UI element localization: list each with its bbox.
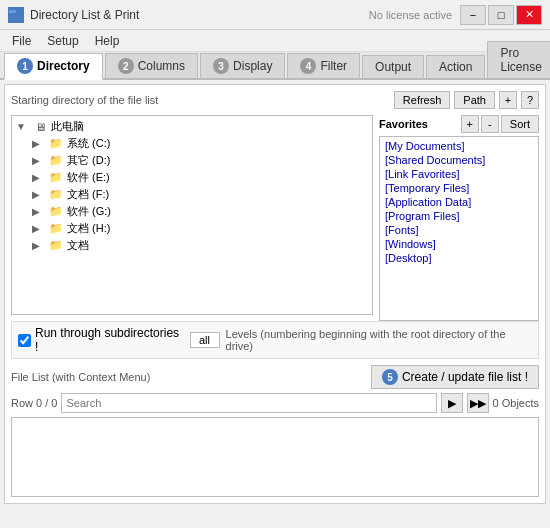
favorites-add-button[interactable]: +	[461, 115, 479, 133]
tab-label-filter: Filter	[320, 59, 347, 73]
fav-item-1[interactable]: [Shared Documents]	[382, 153, 536, 167]
expand-g: ▶	[32, 206, 48, 217]
favorites-remove-button[interactable]: -	[481, 115, 499, 133]
favorites-header: Favorites + - Sort	[379, 115, 539, 133]
help-path-button[interactable]: ?	[521, 91, 539, 109]
expand-c: ▶	[32, 138, 48, 149]
nav-next-button[interactable]: ▶▶	[467, 393, 489, 413]
expand-f: ▶	[32, 189, 48, 200]
tab-filter[interactable]: 4 Filter	[287, 53, 360, 78]
titlebar: Directory List & Print No license active…	[0, 0, 550, 30]
tree-label-e: 软件 (E:)	[67, 170, 110, 185]
fav-item-2[interactable]: [Link Favorites]	[382, 167, 536, 181]
favorites-sort-button[interactable]: Sort	[501, 115, 539, 133]
tree-item-docs[interactable]: ▶ 📁 文档	[30, 237, 370, 254]
expand-d: ▶	[32, 155, 48, 166]
tab-num-1: 1	[17, 58, 33, 74]
tab-columns[interactable]: 2 Columns	[105, 53, 198, 78]
tree-item-g[interactable]: ▶ 📁 软件 (G:)	[30, 203, 370, 220]
tab-num-2: 2	[118, 58, 134, 74]
folder-icon-docs: 📁	[48, 240, 64, 252]
folder-icon-c: 📁	[48, 138, 64, 150]
expand-e: ▶	[32, 172, 48, 183]
tree-label-docs: 文档	[67, 238, 89, 253]
tab-label-columns: Columns	[138, 59, 185, 73]
subdir-checkbox[interactable]	[18, 334, 31, 347]
app-icon	[8, 7, 24, 23]
expand-icon: ▼	[16, 121, 32, 132]
tab-directory[interactable]: 1 Directory	[4, 53, 103, 80]
filelist-area[interactable]	[11, 417, 539, 497]
favorites-list[interactable]: [My Documents] [Shared Documents] [Link …	[379, 136, 539, 321]
row-info: Row 0 / 0	[11, 397, 57, 409]
tree-item-computer[interactable]: ▼ 🖥 此电脑	[14, 118, 370, 135]
license-status: No license active	[369, 9, 452, 21]
path-button[interactable]: Path	[454, 91, 495, 109]
tabbar: 1 Directory 2 Columns 3 Display 4 Filter…	[0, 52, 550, 80]
tree-item-d[interactable]: ▶ 📁 其它 (D:)	[30, 152, 370, 169]
menu-setup[interactable]: Setup	[39, 32, 86, 50]
add-path-button[interactable]: +	[499, 91, 517, 109]
tree-children: ▶ 📁 系统 (C:) ▶ 📁 其它 (D:) ▶ 📁 软件 (E:)	[30, 135, 370, 254]
subdir-checkbox-label[interactable]: Run through subdirectories !	[18, 326, 184, 354]
expand-docs: ▶	[32, 240, 48, 251]
tab-action[interactable]: Action	[426, 55, 485, 78]
tree-item-e[interactable]: ▶ 📁 软件 (E:)	[30, 169, 370, 186]
tree-label-g: 软件 (G:)	[67, 204, 111, 219]
folder-icon-e: 📁	[48, 172, 64, 184]
tab-output[interactable]: Output	[362, 55, 424, 78]
folder-icon-f: 📁	[48, 189, 64, 201]
tab-label-action: Action	[439, 60, 472, 74]
tab-pro-license[interactable]: Pro License	[487, 41, 550, 78]
fav-item-8[interactable]: [Desktop]	[382, 251, 536, 265]
create-filelist-button[interactable]: 5 Create / update file list !	[371, 365, 539, 389]
tab-display[interactable]: 3 Display	[200, 53, 285, 78]
subdir-label: Run through subdirectories !	[35, 326, 184, 354]
create-btn-num: 5	[382, 369, 398, 385]
refresh-button[interactable]: Refresh	[394, 91, 451, 109]
tab-num-4: 4	[300, 58, 316, 74]
main-content: Starting directory of the file list Refr…	[4, 84, 546, 504]
menu-file[interactable]: File	[4, 32, 39, 50]
folder-icon-d: 📁	[48, 155, 64, 167]
levels-suffix: Levels (numbering beginning with the roo…	[226, 328, 532, 352]
window-controls: − □ ✕	[460, 5, 542, 25]
filelist-header: File List (with Context Menu) 5 Create /…	[11, 365, 539, 389]
fav-item-6[interactable]: [Fonts]	[382, 223, 536, 237]
filelist-title: File List (with Context Menu)	[11, 371, 150, 383]
fav-item-3[interactable]: [Temporary Files]	[382, 181, 536, 195]
tree-item-h[interactable]: ▶ 📁 文档 (H:)	[30, 220, 370, 237]
tab-num-3: 3	[213, 58, 229, 74]
search-input[interactable]	[61, 393, 436, 413]
computer-icon: 🖥	[32, 121, 48, 133]
close-button[interactable]: ✕	[516, 5, 542, 25]
tree-label-computer: 此电脑	[51, 119, 84, 134]
tree-label-f: 文档 (F:)	[67, 187, 109, 202]
tab-label-pro-license: Pro License	[500, 46, 541, 74]
fav-item-7[interactable]: [Windows]	[382, 237, 536, 251]
tree-item-c[interactable]: ▶ 📁 系统 (C:)	[30, 135, 370, 152]
tree-label-d: 其它 (D:)	[67, 153, 110, 168]
tree-panel[interactable]: ▼ 🖥 此电脑 ▶ 📁 系统 (C:) ▶ 📁 其它 (D:)	[11, 115, 373, 315]
menu-help[interactable]: Help	[87, 32, 128, 50]
fav-item-0[interactable]: [My Documents]	[382, 139, 536, 153]
expand-h: ▶	[32, 223, 48, 234]
starting-dir-label: Starting directory of the file list	[11, 94, 158, 106]
favorites-panel: Favorites + - Sort [My Documents] [Share…	[379, 115, 539, 315]
folder-icon-h: 📁	[48, 223, 64, 235]
svg-rect-1	[9, 10, 16, 13]
tree-label-h: 文档 (H:)	[67, 221, 110, 236]
tab-label-directory: Directory	[37, 59, 90, 73]
two-panel: ▼ 🖥 此电脑 ▶ 📁 系统 (C:) ▶ 📁 其它 (D:)	[11, 115, 539, 315]
app-title: Directory List & Print	[30, 8, 369, 22]
create-btn-label: Create / update file list !	[402, 370, 528, 384]
maximize-button[interactable]: □	[488, 5, 514, 25]
fav-item-4[interactable]: [Application Data]	[382, 195, 536, 209]
tree-item-f[interactable]: ▶ 📁 文档 (F:)	[30, 186, 370, 203]
levels-input[interactable]: all	[190, 332, 220, 348]
fav-item-5[interactable]: [Program Files]	[382, 209, 536, 223]
objects-count: 0 Objects	[493, 397, 539, 409]
nav-prev-button[interactable]: ▶	[441, 393, 463, 413]
minimize-button[interactable]: −	[460, 5, 486, 25]
starting-dir-row: Starting directory of the file list Refr…	[11, 91, 539, 109]
